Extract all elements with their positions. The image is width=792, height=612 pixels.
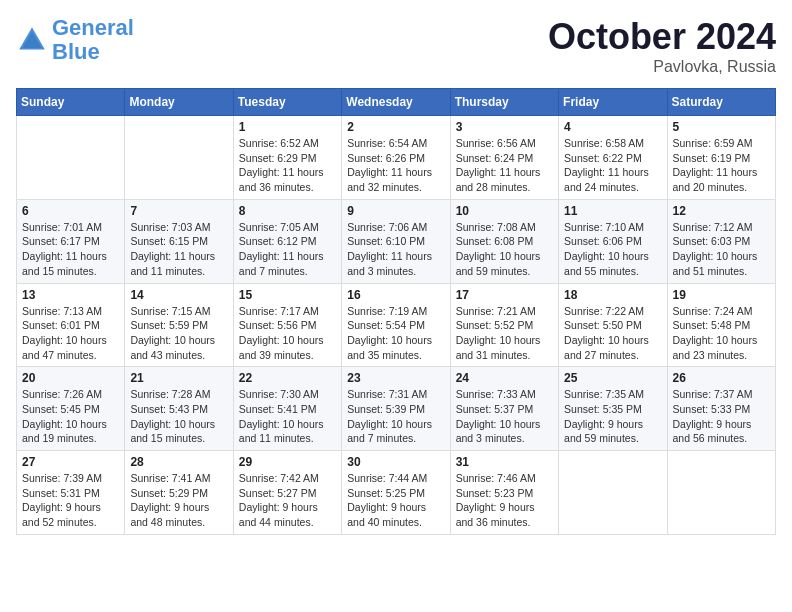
day-info: Sunrise: 7:01 AMSunset: 6:17 PMDaylight:…: [22, 220, 119, 279]
day-number: 22: [239, 371, 336, 385]
day-number: 14: [130, 288, 227, 302]
calendar-cell: 3Sunrise: 6:56 AMSunset: 6:24 PMDaylight…: [450, 116, 558, 200]
day-info: Sunrise: 7:39 AMSunset: 5:31 PMDaylight:…: [22, 471, 119, 530]
calendar-cell: 2Sunrise: 6:54 AMSunset: 6:26 PMDaylight…: [342, 116, 450, 200]
day-info: Sunrise: 7:08 AMSunset: 6:08 PMDaylight:…: [456, 220, 553, 279]
day-number: 13: [22, 288, 119, 302]
calendar-cell: 22Sunrise: 7:30 AMSunset: 5:41 PMDayligh…: [233, 367, 341, 451]
calendar-table: SundayMondayTuesdayWednesdayThursdayFrid…: [16, 88, 776, 535]
calendar-cell: 8Sunrise: 7:05 AMSunset: 6:12 PMDaylight…: [233, 199, 341, 283]
day-info: Sunrise: 6:56 AMSunset: 6:24 PMDaylight:…: [456, 136, 553, 195]
day-number: 4: [564, 120, 661, 134]
week-row-1: 1Sunrise: 6:52 AMSunset: 6:29 PMDaylight…: [17, 116, 776, 200]
day-number: 8: [239, 204, 336, 218]
day-header-wednesday: Wednesday: [342, 89, 450, 116]
day-number: 23: [347, 371, 444, 385]
day-info: Sunrise: 6:52 AMSunset: 6:29 PMDaylight:…: [239, 136, 336, 195]
calendar-cell: [17, 116, 125, 200]
calendar-cell: 28Sunrise: 7:41 AMSunset: 5:29 PMDayligh…: [125, 451, 233, 535]
day-header-sunday: Sunday: [17, 89, 125, 116]
day-info: Sunrise: 7:35 AMSunset: 5:35 PMDaylight:…: [564, 387, 661, 446]
title-block: October 2024 Pavlovka, Russia: [548, 16, 776, 76]
day-number: 26: [673, 371, 770, 385]
week-row-4: 20Sunrise: 7:26 AMSunset: 5:45 PMDayligh…: [17, 367, 776, 451]
day-info: Sunrise: 7:17 AMSunset: 5:56 PMDaylight:…: [239, 304, 336, 363]
calendar-cell: [559, 451, 667, 535]
calendar-cell: 5Sunrise: 6:59 AMSunset: 6:19 PMDaylight…: [667, 116, 775, 200]
week-row-5: 27Sunrise: 7:39 AMSunset: 5:31 PMDayligh…: [17, 451, 776, 535]
day-info: Sunrise: 6:58 AMSunset: 6:22 PMDaylight:…: [564, 136, 661, 195]
day-info: Sunrise: 7:15 AMSunset: 5:59 PMDaylight:…: [130, 304, 227, 363]
calendar-cell: 23Sunrise: 7:31 AMSunset: 5:39 PMDayligh…: [342, 367, 450, 451]
week-row-3: 13Sunrise: 7:13 AMSunset: 6:01 PMDayligh…: [17, 283, 776, 367]
day-info: Sunrise: 7:21 AMSunset: 5:52 PMDaylight:…: [456, 304, 553, 363]
day-info: Sunrise: 7:03 AMSunset: 6:15 PMDaylight:…: [130, 220, 227, 279]
day-info: Sunrise: 7:28 AMSunset: 5:43 PMDaylight:…: [130, 387, 227, 446]
calendar-cell: 10Sunrise: 7:08 AMSunset: 6:08 PMDayligh…: [450, 199, 558, 283]
calendar-cell: 31Sunrise: 7:46 AMSunset: 5:23 PMDayligh…: [450, 451, 558, 535]
calendar-cell: 16Sunrise: 7:19 AMSunset: 5:54 PMDayligh…: [342, 283, 450, 367]
day-number: 31: [456, 455, 553, 469]
calendar-cell: 17Sunrise: 7:21 AMSunset: 5:52 PMDayligh…: [450, 283, 558, 367]
day-number: 18: [564, 288, 661, 302]
calendar-body: 1Sunrise: 6:52 AMSunset: 6:29 PMDaylight…: [17, 116, 776, 535]
day-number: 10: [456, 204, 553, 218]
calendar-cell: 15Sunrise: 7:17 AMSunset: 5:56 PMDayligh…: [233, 283, 341, 367]
calendar-cell: 14Sunrise: 7:15 AMSunset: 5:59 PMDayligh…: [125, 283, 233, 367]
day-info: Sunrise: 7:06 AMSunset: 6:10 PMDaylight:…: [347, 220, 444, 279]
day-info: Sunrise: 7:12 AMSunset: 6:03 PMDaylight:…: [673, 220, 770, 279]
calendar-cell: 25Sunrise: 7:35 AMSunset: 5:35 PMDayligh…: [559, 367, 667, 451]
calendar-cell: 1Sunrise: 6:52 AMSunset: 6:29 PMDaylight…: [233, 116, 341, 200]
day-info: Sunrise: 7:33 AMSunset: 5:37 PMDaylight:…: [456, 387, 553, 446]
day-number: 7: [130, 204, 227, 218]
day-info: Sunrise: 7:30 AMSunset: 5:41 PMDaylight:…: [239, 387, 336, 446]
calendar-cell: 18Sunrise: 7:22 AMSunset: 5:50 PMDayligh…: [559, 283, 667, 367]
day-info: Sunrise: 7:24 AMSunset: 5:48 PMDaylight:…: [673, 304, 770, 363]
day-number: 5: [673, 120, 770, 134]
day-info: Sunrise: 7:42 AMSunset: 5:27 PMDaylight:…: [239, 471, 336, 530]
day-number: 20: [22, 371, 119, 385]
calendar-cell: 6Sunrise: 7:01 AMSunset: 6:17 PMDaylight…: [17, 199, 125, 283]
calendar-cell: 9Sunrise: 7:06 AMSunset: 6:10 PMDaylight…: [342, 199, 450, 283]
day-number: 21: [130, 371, 227, 385]
day-header-friday: Friday: [559, 89, 667, 116]
day-number: 3: [456, 120, 553, 134]
day-info: Sunrise: 7:10 AMSunset: 6:06 PMDaylight:…: [564, 220, 661, 279]
month-title: October 2024: [548, 16, 776, 58]
day-info: Sunrise: 7:26 AMSunset: 5:45 PMDaylight:…: [22, 387, 119, 446]
day-info: Sunrise: 7:44 AMSunset: 5:25 PMDaylight:…: [347, 471, 444, 530]
calendar-cell: 30Sunrise: 7:44 AMSunset: 5:25 PMDayligh…: [342, 451, 450, 535]
day-info: Sunrise: 7:41 AMSunset: 5:29 PMDaylight:…: [130, 471, 227, 530]
calendar-cell: 20Sunrise: 7:26 AMSunset: 5:45 PMDayligh…: [17, 367, 125, 451]
day-number: 24: [456, 371, 553, 385]
day-number: 6: [22, 204, 119, 218]
logo-text: General Blue: [52, 16, 134, 64]
day-number: 2: [347, 120, 444, 134]
day-number: 15: [239, 288, 336, 302]
calendar-cell: 29Sunrise: 7:42 AMSunset: 5:27 PMDayligh…: [233, 451, 341, 535]
day-info: Sunrise: 7:19 AMSunset: 5:54 PMDaylight:…: [347, 304, 444, 363]
day-number: 29: [239, 455, 336, 469]
day-number: 9: [347, 204, 444, 218]
day-number: 16: [347, 288, 444, 302]
calendar-cell: 12Sunrise: 7:12 AMSunset: 6:03 PMDayligh…: [667, 199, 775, 283]
calendar-cell: 4Sunrise: 6:58 AMSunset: 6:22 PMDaylight…: [559, 116, 667, 200]
day-info: Sunrise: 7:22 AMSunset: 5:50 PMDaylight:…: [564, 304, 661, 363]
day-info: Sunrise: 7:05 AMSunset: 6:12 PMDaylight:…: [239, 220, 336, 279]
location: Pavlovka, Russia: [548, 58, 776, 76]
day-info: Sunrise: 7:31 AMSunset: 5:39 PMDaylight:…: [347, 387, 444, 446]
calendar-cell: 7Sunrise: 7:03 AMSunset: 6:15 PMDaylight…: [125, 199, 233, 283]
day-number: 25: [564, 371, 661, 385]
days-header-row: SundayMondayTuesdayWednesdayThursdayFrid…: [17, 89, 776, 116]
calendar-cell: 24Sunrise: 7:33 AMSunset: 5:37 PMDayligh…: [450, 367, 558, 451]
day-number: 11: [564, 204, 661, 218]
day-number: 28: [130, 455, 227, 469]
calendar-cell: 21Sunrise: 7:28 AMSunset: 5:43 PMDayligh…: [125, 367, 233, 451]
day-number: 17: [456, 288, 553, 302]
logo: General Blue: [16, 16, 134, 64]
day-info: Sunrise: 7:13 AMSunset: 6:01 PMDaylight:…: [22, 304, 119, 363]
calendar-cell: [125, 116, 233, 200]
calendar-cell: 26Sunrise: 7:37 AMSunset: 5:33 PMDayligh…: [667, 367, 775, 451]
day-number: 30: [347, 455, 444, 469]
day-number: 1: [239, 120, 336, 134]
